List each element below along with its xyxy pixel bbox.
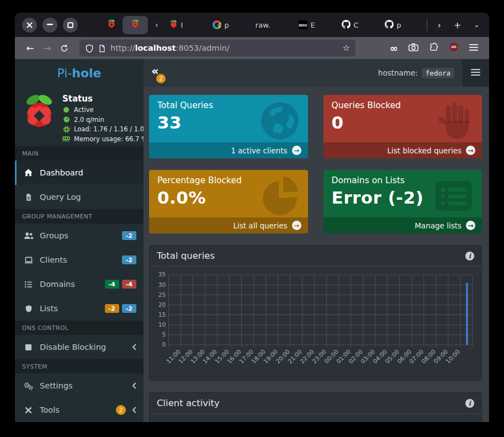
card-value: Error (-2) — [332, 188, 474, 207]
pihole-logo[interactable]: Pi-hole — [15, 59, 144, 87]
client-activity-panel: Client activityi — [149, 392, 482, 422]
sidebar-item-clients[interactable]: Clients -2 — [15, 248, 144, 272]
svg-text:25: 25 — [158, 291, 166, 298]
panel-title: Total queries — [157, 251, 215, 261]
browser-window: ‹ I p raw. DOUE C p › + ⌄ ← → http://loc… — [15, 13, 489, 422]
maximize-button[interactable] — [63, 18, 78, 33]
shield-icon — [23, 305, 34, 313]
navbar-menu-section — [462, 59, 489, 87]
forward-button[interactable]: → — [39, 44, 56, 53]
card-value: 0 — [332, 113, 474, 132]
sidebar-item-dashboard[interactable]: Dashboard — [15, 161, 144, 185]
users-icon — [23, 232, 34, 239]
bookmark-star-icon[interactable]: ☆ — [343, 43, 350, 53]
extensions-puzzle-icon[interactable] — [429, 42, 438, 54]
gauge-icon — [62, 116, 70, 123]
sidebar-item-tools[interactable]: Tools 2 — [15, 398, 144, 422]
shield-permissions-icon[interactable] — [85, 44, 94, 53]
chevron-left-icon — [132, 407, 136, 413]
dashboard-content: Total Queries33 1 active clients→ Querie… — [144, 87, 489, 422]
microchip-icon — [62, 126, 70, 133]
tab-google[interactable]: p — [209, 16, 249, 34]
card-title: Total Queries — [157, 100, 300, 110]
sidebar-collapse-button[interactable]: «2 — [151, 66, 159, 77]
screenshot-camera-icon[interactable] — [408, 43, 418, 54]
tab-pihole-other[interactable]: I — [166, 16, 206, 34]
lists-warn-badge: -2 — [105, 304, 119, 313]
back-button[interactable]: ← — [22, 44, 39, 53]
tools-badge: 2 — [116, 405, 126, 415]
stop-icon — [23, 344, 34, 351]
ublock-origin-icon[interactable]: UO — [449, 42, 458, 54]
url-text: http://localhost:8053/admin/ — [110, 44, 230, 52]
clients-badge: -2 — [122, 255, 136, 264]
card-title: Percentage Blocked — [157, 175, 300, 185]
memory-icon — [62, 136, 70, 142]
reload-button[interactable] — [56, 44, 73, 53]
card-link-active-clients[interactable]: 1 active clients→ — [149, 142, 308, 158]
svg-text:35: 35 — [158, 271, 166, 278]
tab-github-2[interactable]: p — [381, 16, 421, 34]
info-icon[interactable]: i — [465, 399, 474, 408]
sidebar-item-query-log[interactable]: Query Log — [15, 185, 144, 209]
tab-separator — [427, 19, 427, 31]
tab-raw[interactable]: raw. — [252, 16, 292, 34]
card-title: Domains on Lists — [332, 175, 474, 185]
tab-list-dropdown-icon[interactable]: ⌄ — [469, 21, 484, 29]
pihole-favicon — [169, 20, 178, 30]
tab-pihole-pinned[interactable] — [103, 19, 120, 30]
tab-github-1[interactable]: C — [338, 16, 378, 34]
github-favicon — [385, 20, 394, 30]
url-bar[interactable]: http://localhost:8053/admin/ ☆ — [79, 40, 356, 56]
svg-text:UO: UO — [451, 45, 456, 49]
pihole-favicon — [131, 19, 140, 30]
minimize-button[interactable] — [43, 18, 57, 33]
svg-text:30: 30 — [158, 281, 166, 288]
firefox-view-icon[interactable]: ∞ — [390, 42, 397, 54]
tab-scroll-right-icon[interactable]: › — [433, 20, 446, 30]
section-header-system: SYSTEM — [15, 359, 144, 374]
sidebar-item-lists[interactable]: Lists -2-2 — [15, 296, 144, 321]
section-header-group-management: GROUP MANAGEMENT — [15, 209, 144, 223]
svg-text:0: 0 — [162, 342, 166, 348]
section-header-main: MAIN — [15, 146, 144, 161]
domains-allow-badge: -4 — [105, 280, 119, 289]
close-button[interactable] — [22, 18, 37, 33]
sidebar-item-disable-blocking[interactable]: Disable Blocking — [15, 335, 144, 359]
tab-scroll-left-icon[interactable]: ‹ — [151, 20, 163, 29]
arrow-circle-right-icon: → — [466, 221, 475, 230]
status-title: Status — [62, 94, 148, 104]
svg-text:15: 15 — [158, 311, 166, 318]
dou-favicon: DOU — [299, 20, 307, 29]
tab-label: p — [225, 21, 229, 29]
browser-menu-icon[interactable] — [469, 43, 478, 54]
svg-text:5: 5 — [162, 331, 166, 338]
tab-label: I — [181, 21, 183, 29]
groups-badge: -2 — [122, 231, 136, 240]
pihole-menu-icon[interactable] — [471, 68, 480, 78]
page-info-icon[interactable] — [98, 44, 106, 52]
home-icon — [23, 168, 34, 177]
sidebar-item-settings[interactable]: Settings — [15, 374, 144, 398]
new-tab-button[interactable]: + — [449, 20, 466, 30]
total-queries-panel: Total queriesi 0510152025303511:0012:001… — [149, 245, 482, 381]
tab-pihole-active[interactable] — [123, 16, 148, 34]
card-link-all-queries[interactable]: List all queries→ — [149, 217, 308, 233]
file-icon — [23, 193, 34, 201]
list-icon — [23, 281, 34, 288]
tab-label: E — [311, 21, 315, 29]
sidebar-item-domains[interactable]: Domains -4-4 — [15, 272, 144, 296]
tab-label: C — [354, 21, 359, 29]
gears-icon — [23, 382, 34, 390]
status-dot-icon — [62, 106, 70, 113]
info-icon[interactable]: i — [465, 252, 474, 260]
card-link-manage-lists[interactable]: Manage lists→ — [323, 217, 482, 233]
hostname-value: fedora — [422, 68, 454, 78]
card-domains-on-lists: Domains on ListsError (-2) Manage lists→ — [323, 170, 482, 233]
github-favicon — [342, 20, 351, 30]
sidebar-item-groups[interactable]: Groups -2 — [15, 223, 144, 248]
tab-dou[interactable]: DOUE — [295, 16, 335, 34]
tabs: ‹ I p raw. DOUE C p › + ⌄ — [103, 16, 484, 34]
collapse-badge: 2 — [156, 74, 166, 83]
card-link-blocked-queries[interactable]: List blocked queries→ — [323, 142, 482, 158]
